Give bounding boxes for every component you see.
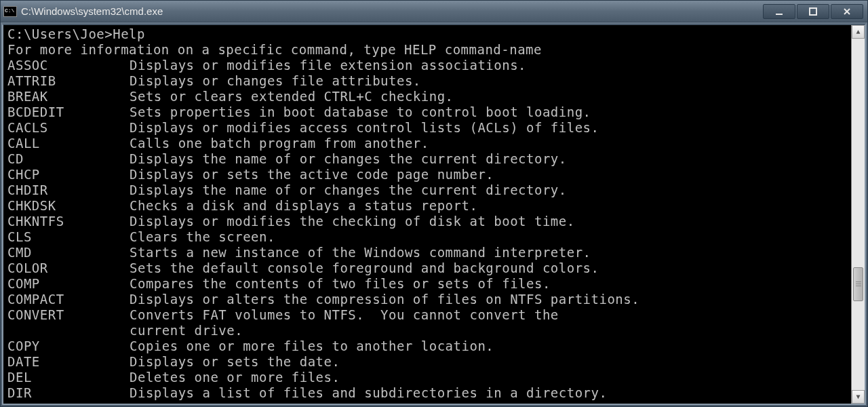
command-description: Sets or clears extended CTRL+C checking. <box>130 89 454 104</box>
help-row: DELDeletes one or more files. <box>7 370 847 385</box>
console-area: C:\Users\Joe>Help For more information o… <box>2 24 866 405</box>
command-name: DATE <box>7 354 130 370</box>
command-description: Displays a list of files and subdirector… <box>130 385 607 401</box>
scroll-track[interactable] <box>852 39 865 390</box>
svg-rect-1 <box>810 8 816 15</box>
command-description: Starts a new instance of the Windows com… <box>130 245 591 260</box>
command-name: COPY <box>7 338 130 354</box>
help-row: COMPACTDisplays or alters the compressio… <box>7 292 847 307</box>
window-title: C:\Windows\system32\cmd.exe <box>21 5 763 17</box>
cmd-icon <box>3 6 17 17</box>
window-controls <box>763 4 863 19</box>
help-row: CHKDSKChecks a disk and displays a statu… <box>7 198 847 214</box>
command-description: Displays or modifies the checking of dis… <box>130 214 575 229</box>
svg-rect-0 <box>776 14 783 15</box>
help-row: BREAKSets or clears extended CTRL+C chec… <box>7 89 847 104</box>
command-name: CHKDSK <box>7 198 130 214</box>
command-name: CHDIR <box>7 182 130 198</box>
prompt-text: C:\Users\Joe> <box>7 26 113 41</box>
help-row: COPYCopies one or more files to another … <box>7 338 847 354</box>
help-row: current drive. <box>7 323 847 338</box>
help-row: COLORSets the default console foreground… <box>7 260 847 276</box>
scroll-down-button[interactable]: ▼ <box>852 390 865 404</box>
close-button[interactable] <box>831 4 863 19</box>
command-name: DEL <box>7 370 130 385</box>
scroll-thumb[interactable] <box>853 267 863 301</box>
command-description: Displays or modifies file extension asso… <box>130 58 526 73</box>
command-description: Clears the screen. <box>130 229 275 245</box>
command-name: CD <box>7 151 130 167</box>
help-row: CHCPDisplays or sets the active code pag… <box>7 167 847 182</box>
chevron-down-icon: ▼ <box>856 393 860 401</box>
cmd-window: C:\Windows\system32\cmd.exe C:\Users\Joe… <box>0 0 868 407</box>
help-row: CHDIRDisplays the name of or changes the… <box>7 182 847 198</box>
help-row: COMPCompares the contents of two files o… <box>7 276 847 292</box>
command-description: Displays or sets the active code page nu… <box>130 167 494 182</box>
command-name: ASSOC <box>7 58 130 73</box>
command-description: Checks a disk and displays a status repo… <box>130 198 477 214</box>
command-name: DIR <box>7 385 130 401</box>
help-row: CALLCalls one batch program from another… <box>7 136 847 151</box>
help-row: CLSClears the screen. <box>7 229 847 245</box>
titlebar[interactable]: C:\Windows\system32\cmd.exe <box>1 1 867 22</box>
help-row: ASSOCDisplays or modifies file extension… <box>7 58 847 73</box>
command-name: CALL <box>7 136 130 151</box>
command-description: Displays or sets the date. <box>130 354 340 370</box>
typed-command: Help <box>113 26 145 41</box>
command-name: CMD <box>7 245 130 260</box>
help-row: BCDEDITSets properties in boot database … <box>7 104 847 120</box>
command-description: Deletes one or more files. <box>130 370 340 385</box>
scroll-up-button[interactable]: ▲ <box>852 25 865 39</box>
command-name: CHCP <box>7 167 130 182</box>
help-row: CACLSDisplays or modifies access control… <box>7 120 847 136</box>
command-description: Displays or changes file attributes. <box>130 73 421 89</box>
vertical-scrollbar[interactable]: ▲ ▼ <box>851 25 865 404</box>
command-description: current drive. <box>130 323 243 338</box>
command-description: Compares the contents of two files or se… <box>130 276 551 292</box>
command-name: COMPACT <box>7 292 130 307</box>
help-row: ATTRIBDisplays or changes file attribute… <box>7 73 847 89</box>
help-row: CDDisplays the name of or changes the cu… <box>7 151 847 167</box>
help-row: CHKNTFSDisplays or modifies the checking… <box>7 214 847 229</box>
command-description: Displays or modifies access control list… <box>130 120 599 136</box>
command-description: Sets properties in boot database to cont… <box>130 104 591 120</box>
maximize-button[interactable] <box>797 4 829 19</box>
command-description: Converts FAT volumes to NTFS. You cannot… <box>130 307 559 323</box>
command-description: Displays or alters the compression of fi… <box>130 292 639 307</box>
command-name: COMP <box>7 276 130 292</box>
minimize-button[interactable] <box>763 4 795 19</box>
command-name: CACLS <box>7 120 130 136</box>
command-description: Copies one or more files to another loca… <box>130 338 494 354</box>
command-name: BCDEDIT <box>7 104 130 120</box>
command-name: CHKNTFS <box>7 214 130 229</box>
console-output[interactable]: C:\Users\Joe>Help For more information o… <box>3 25 851 404</box>
command-name: CLS <box>7 229 130 245</box>
command-name: ATTRIB <box>7 73 130 89</box>
help-row: DIRDisplays a list of files and subdirec… <box>7 385 847 401</box>
maximize-icon <box>808 7 818 16</box>
command-name <box>7 323 130 338</box>
chevron-up-icon: ▲ <box>856 28 860 36</box>
command-name: COLOR <box>7 260 130 276</box>
help-intro: For more information on a specific comma… <box>7 42 542 57</box>
command-name: BREAK <box>7 89 130 104</box>
help-row: DATEDisplays or sets the date. <box>7 354 847 370</box>
command-description: Displays the name of or changes the curr… <box>130 151 567 167</box>
close-icon <box>842 7 852 16</box>
command-description: Displays the name of or changes the curr… <box>130 182 567 198</box>
help-row: CONVERTConverts FAT volumes to NTFS. You… <box>7 307 847 323</box>
help-row: CMDStarts a new instance of the Windows … <box>7 245 847 260</box>
minimize-icon <box>774 7 784 16</box>
command-description: Sets the default console foreground and … <box>130 260 599 276</box>
command-description: Calls one batch program from another. <box>130 136 429 151</box>
command-name: CONVERT <box>7 307 130 323</box>
